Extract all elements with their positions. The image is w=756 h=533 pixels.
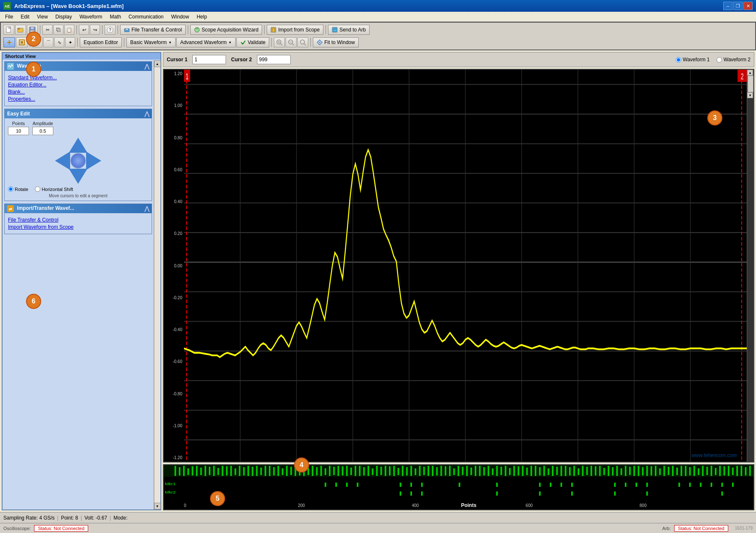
file-transfer-button[interactable]: File Transfer & Control (120, 25, 186, 35)
new-button[interactable] (3, 25, 14, 35)
undo-button[interactable]: ↩ (79, 25, 89, 35)
open-button[interactable] (15, 25, 26, 35)
draw-btn-3[interactable]: ∿ (54, 37, 64, 47)
menu-display[interactable]: Display (52, 13, 75, 21)
svg-rect-187 (680, 466, 682, 476)
equation-editor-button[interactable]: Equation Editor (80, 37, 122, 47)
menu-file[interactable]: File (2, 13, 16, 21)
chart-canvas[interactable]: 1 2 www.tehencom.com (184, 70, 747, 462)
main-chart[interactable]: 1.20 1.00 0.80 0.60 0.40 0.20 0.00 -0.20… (163, 69, 754, 462)
svg-rect-89 (260, 468, 262, 475)
amplitude-input[interactable] (32, 127, 53, 135)
svg-rect-207 (357, 483, 358, 487)
sidebar-scroll-track[interactable] (155, 67, 160, 503)
validate-button[interactable]: Validate (236, 37, 269, 47)
draw-btn-2[interactable]: ⌒ (43, 37, 53, 47)
blank-link[interactable]: Blank... (8, 89, 148, 95)
svg-rect-167 (595, 466, 596, 476)
file-transfer-link[interactable]: File Transfer & Control (8, 217, 148, 223)
svg-rect-94 (282, 468, 284, 475)
wf1-radio[interactable] (676, 57, 681, 63)
cut-button[interactable]: ✂ (42, 25, 52, 35)
wf2-radio[interactable] (717, 57, 722, 63)
zoom-in-button[interactable] (274, 37, 285, 47)
nav-down-arrow[interactable] (69, 169, 87, 184)
properties-link[interactable]: Properties... (8, 96, 148, 102)
menu-window[interactable]: Window (168, 13, 192, 21)
cursor2-input[interactable] (257, 55, 291, 64)
save-button[interactable] (27, 25, 38, 35)
nav-center-button[interactable] (71, 153, 86, 168)
rotate-radio[interactable] (8, 186, 13, 192)
help-button[interactable]: ? (105, 25, 116, 35)
y-label-7: -0.20 (164, 295, 182, 300)
rotate-radio-label[interactable]: Rotate (8, 186, 28, 192)
svg-text:I: I (273, 28, 274, 32)
svg-rect-81 (226, 466, 228, 476)
import-panel-collapse[interactable]: ⋀ (144, 205, 149, 212)
zoom-out-button[interactable] (286, 37, 297, 47)
waveform-panel-header: Waveform ⋀ (5, 62, 152, 71)
minimize-button[interactable]: – (723, 2, 732, 10)
tool-btn-2[interactable] (16, 37, 28, 47)
easy-edit-body: Points Amplitude (5, 118, 152, 201)
nav-up-arrow[interactable] (69, 138, 87, 153)
toolbar-row-1: ✂ ⿻ 📋 ↩ ↪ ? File Transfer & Control W Sc… (2, 24, 754, 36)
tool-btn-1[interactable] (3, 37, 15, 47)
import-scope-button[interactable]: I Import from Scope (267, 25, 323, 35)
y-label-6: 0.00 (164, 264, 182, 268)
nav-left-arrow[interactable] (55, 152, 70, 170)
equation-editor-link[interactable]: Equation Editor... (8, 82, 148, 88)
standard-waveform-link[interactable]: Standard Waveform... (8, 75, 148, 81)
y-label-11: -1.00 (164, 423, 182, 428)
restore-button[interactable]: ❐ (733, 2, 743, 10)
cursor1-input[interactable] (192, 55, 226, 64)
fit-to-window-button[interactable]: Fit to Window (313, 37, 359, 47)
menu-waveform[interactable]: Waveform (76, 13, 105, 21)
menu-communication[interactable]: Communication (125, 13, 167, 21)
chart-scroll-down[interactable]: ▼ (747, 92, 753, 98)
chart-scrollbar[interactable]: ▲ ▼ (747, 70, 753, 462)
sidebar-scroll-up[interactable]: ▲ (154, 60, 161, 67)
zoom-fit-button[interactable] (297, 37, 308, 47)
sidebar: Shortcut View Waveform ⋀ Standard Wavefo… (2, 52, 161, 510)
draw-btn-1[interactable]: ✏ (32, 37, 42, 47)
chart-scroll-track[interactable] (747, 76, 753, 92)
basic-waveform-button[interactable]: Basic Waveform ▼ (126, 37, 176, 47)
chart-scroll-up[interactable]: ▲ (747, 70, 753, 76)
menu-math[interactable]: Math (106, 13, 124, 21)
import-scope-link[interactable]: Import Waveform from Scope (8, 224, 148, 230)
draw-btn-4[interactable]: ✦ (65, 37, 75, 47)
easy-edit-panel: Easy Edit ⋀ Points Amplitude (4, 109, 152, 201)
edit-hint: Move cursors to edit a segment (8, 193, 148, 198)
redo-button[interactable]: ↪ (90, 25, 100, 35)
svg-rect-103 (320, 466, 322, 476)
hshift-radio[interactable] (35, 186, 40, 192)
wf2-radio-label[interactable]: Waveform 2 (717, 57, 751, 63)
advanced-waveform-button[interactable]: Advanced Waveform ▼ (176, 37, 236, 47)
nav-right-arrow[interactable] (86, 152, 101, 170)
svg-rect-172 (616, 466, 618, 476)
menu-edit[interactable]: Edit (17, 13, 33, 21)
waveform-panel-collapse[interactable]: ⋀ (144, 63, 149, 70)
svg-rect-98 (299, 466, 301, 476)
points-input[interactable] (8, 127, 29, 135)
svg-rect-188 (685, 466, 687, 476)
menu-help[interactable]: Help (193, 13, 210, 21)
chart-scroll-thumb[interactable] (748, 76, 753, 92)
wf1-radio-label[interactable]: Waveform 1 (676, 57, 710, 63)
svg-rect-123 (406, 467, 408, 476)
send-arb-button[interactable]: → Send to Arb (328, 25, 370, 35)
scope-wizard-button[interactable]: W Scope Acquisition Wizard (190, 25, 262, 35)
svg-rect-145 (501, 467, 502, 475)
copy-button[interactable]: ⿻ (53, 25, 63, 35)
menu-view[interactable]: View (34, 13, 51, 21)
sidebar-scroll-down[interactable]: ▼ (154, 503, 161, 509)
svg-rect-169 (604, 468, 605, 475)
svg-rect-93 (278, 466, 279, 476)
close-button[interactable]: ✕ (743, 2, 753, 10)
hshift-radio-label[interactable]: Horizontal Shift (35, 186, 73, 192)
paste-button[interactable]: 📋 (64, 25, 74, 35)
svg-rect-161 (569, 467, 571, 476)
easy-edit-collapse[interactable]: ⋀ (144, 110, 149, 117)
